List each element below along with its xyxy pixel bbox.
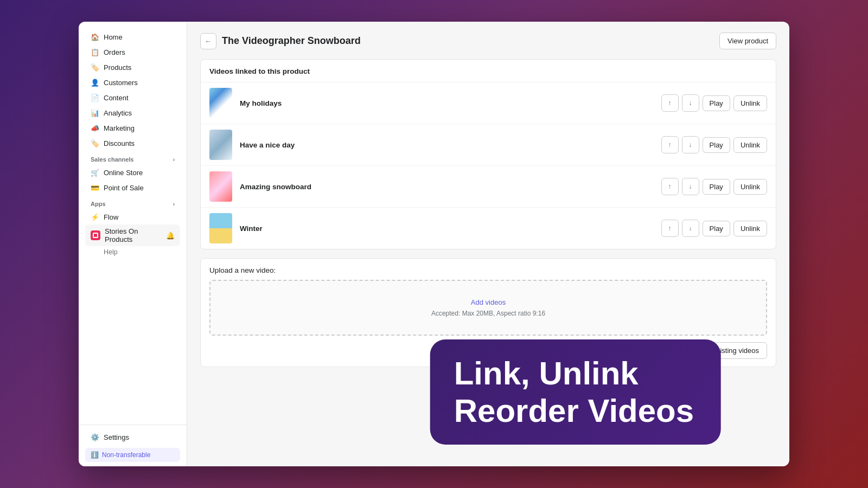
sidebar-item-customers[interactable]: 👤 Customers bbox=[85, 75, 180, 90]
overlay-banner: Link, Unlink Reorder Videos bbox=[430, 339, 721, 445]
unlink-button-2[interactable]: Unlink bbox=[733, 137, 767, 153]
play-button-1[interactable]: Play bbox=[703, 95, 730, 111]
upload-hint: Accepted: Max 20MB, Aspect ratio 9:16 bbox=[431, 310, 545, 317]
home-icon: 🏠 bbox=[91, 33, 99, 41]
play-button-3[interactable]: Play bbox=[703, 179, 730, 195]
sidebar-item-marketing[interactable]: 📣 Marketing bbox=[85, 120, 180, 136]
play-button-2[interactable]: Play bbox=[703, 137, 730, 153]
video-title-2: Have a nice day bbox=[240, 141, 654, 149]
sidebar-item-analytics[interactable]: 📊 Analytics bbox=[85, 105, 180, 120]
video-row: Winter ↑ ↓ Play Unlink bbox=[201, 208, 776, 249]
products-icon: 🏷️ bbox=[91, 63, 99, 72]
upload-title: Upload a new video: bbox=[209, 266, 767, 274]
move-down-button-3[interactable]: ↓ bbox=[682, 178, 699, 195]
sidebar-item-stories-on-products[interactable]: Stories On Products 🔔 bbox=[85, 224, 180, 246]
flow-icon: ⚡ bbox=[91, 213, 99, 221]
move-up-button-3[interactable]: ↑ bbox=[661, 178, 679, 195]
pos-icon: 💳 bbox=[91, 183, 99, 192]
unlink-button-4[interactable]: Unlink bbox=[733, 221, 767, 236]
video-title-4: Winter bbox=[240, 224, 654, 233]
move-up-button-2[interactable]: ↑ bbox=[661, 136, 679, 153]
header-left: ← The Videographer Snowboard bbox=[200, 33, 361, 49]
videos-linked-header: Videos linked to this product bbox=[201, 60, 776, 82]
video-row: My holidays ↑ ↓ Play Unlink bbox=[201, 82, 776, 124]
content-icon: 📄 bbox=[91, 93, 99, 102]
move-down-button-4[interactable]: ↓ bbox=[682, 220, 699, 237]
discounts-icon: 🏷️ bbox=[91, 139, 99, 147]
video-thumbnail-2 bbox=[209, 130, 232, 160]
move-down-button-2[interactable]: ↓ bbox=[682, 136, 699, 153]
video-thumbnail-1 bbox=[209, 88, 232, 118]
add-videos-link[interactable]: Add videos bbox=[471, 298, 506, 306]
sidebar-item-flow[interactable]: ⚡ Flow bbox=[85, 209, 180, 224]
overlay-line2: Reorder Videos bbox=[454, 392, 694, 429]
sidebar-item-orders[interactable]: 📋 Orders bbox=[85, 44, 180, 60]
video-row: Have a nice day ↑ ↓ Play Unlink bbox=[201, 124, 776, 166]
video-actions-2: ↑ ↓ Play Unlink bbox=[661, 136, 767, 153]
page-title: The Videographer Snowboard bbox=[222, 35, 361, 47]
marketing-icon: 📣 bbox=[91, 124, 99, 132]
sidebar-item-products[interactable]: 🏷️ Products bbox=[85, 60, 180, 75]
apps-section: Apps › bbox=[85, 195, 180, 209]
overlay-line1: Link, Unlink bbox=[454, 355, 694, 392]
online-store-icon: 🛒 bbox=[91, 168, 99, 177]
sidebar-item-point-of-sale[interactable]: 💳 Point of Sale bbox=[85, 180, 180, 195]
video-thumbnail-4 bbox=[209, 213, 232, 243]
settings-icon: ⚙️ bbox=[91, 433, 99, 441]
apps-chevron[interactable]: › bbox=[173, 201, 175, 207]
move-up-button-1[interactable]: ↑ bbox=[661, 94, 679, 112]
back-button[interactable]: ← bbox=[200, 33, 216, 49]
unlink-button-3[interactable]: Unlink bbox=[733, 179, 767, 195]
video-title-3: Amazing snowboard bbox=[240, 183, 654, 191]
video-actions-3: ↑ ↓ Play Unlink bbox=[661, 178, 767, 195]
sidebar-item-discounts[interactable]: 🏷️ Discounts bbox=[85, 136, 180, 151]
main-content: ← The Videographer Snowboard View produc… bbox=[187, 22, 789, 466]
video-actions-1: ↑ ↓ Play Unlink bbox=[661, 94, 767, 112]
orders-icon: 📋 bbox=[91, 48, 99, 56]
stories-app-icon bbox=[91, 230, 100, 240]
videos-linked-card: Videos linked to this product My holiday… bbox=[200, 59, 776, 249]
sidebar-item-home[interactable]: 🏠 Home bbox=[85, 29, 180, 44]
upload-dropzone[interactable]: Add videos Accepted: Max 20MB, Aspect ra… bbox=[209, 280, 767, 336]
video-thumbnail-3 bbox=[209, 171, 232, 202]
sidebar-item-content[interactable]: 📄 Content bbox=[85, 90, 180, 105]
sidebar-item-help[interactable]: Help bbox=[85, 246, 180, 258]
video-row: Amazing snowboard ↑ ↓ Play Unlink bbox=[201, 166, 776, 208]
move-down-button-1[interactable]: ↓ bbox=[682, 94, 699, 112]
play-button-4[interactable]: Play bbox=[703, 221, 730, 236]
non-transferable-badge: ℹ️ Non-transferable bbox=[85, 448, 180, 462]
unlink-button-1[interactable]: Unlink bbox=[733, 95, 767, 111]
info-icon: ℹ️ bbox=[91, 451, 99, 459]
sidebar: 🏠 Home 📋 Orders 🏷️ Products 👤 Customers … bbox=[79, 22, 187, 466]
sidebar-item-online-store[interactable]: 🛒 Online Store bbox=[85, 165, 180, 180]
video-actions-4: ↑ ↓ Play Unlink bbox=[661, 220, 767, 237]
sales-channels-section: Sales channels › bbox=[85, 151, 180, 165]
customers-icon: 👤 bbox=[91, 78, 99, 87]
analytics-icon: 📊 bbox=[91, 108, 99, 117]
sidebar-bottom: ⚙️ Settings ℹ️ Non-transferable bbox=[79, 425, 187, 466]
view-product-button[interactable]: View product bbox=[719, 33, 776, 49]
bell-icon[interactable]: 🔔 bbox=[166, 232, 175, 240]
page-header: ← The Videographer Snowboard View produc… bbox=[200, 33, 776, 49]
settings-button[interactable]: ⚙️ Settings bbox=[85, 429, 180, 445]
move-up-button-4[interactable]: ↑ bbox=[661, 220, 679, 237]
video-title-1: My holidays bbox=[240, 99, 654, 107]
sales-channels-chevron[interactable]: › bbox=[173, 157, 175, 163]
